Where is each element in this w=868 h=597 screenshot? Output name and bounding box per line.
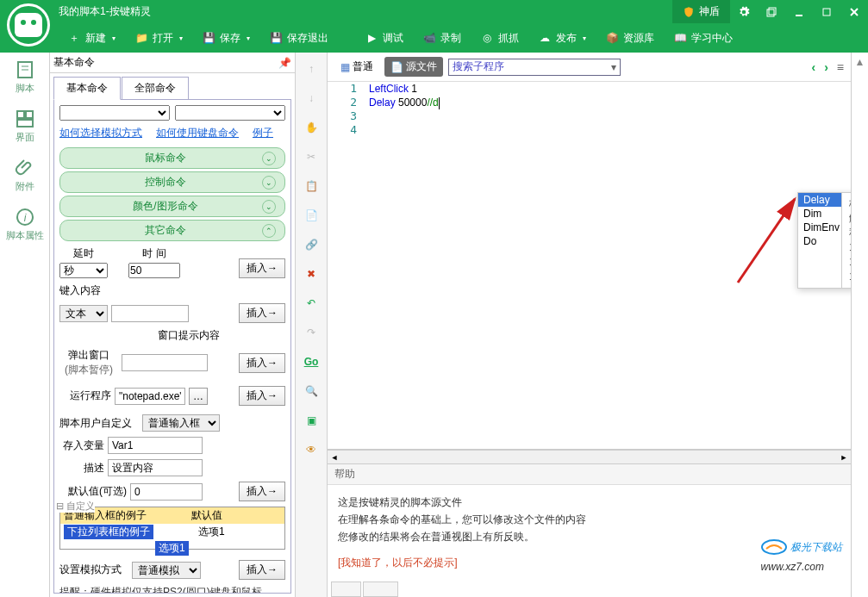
editor-area: ▦普通 📄源文件 搜索子程序▾ ‹ › ≡ 1234 LeftClick 1 D… [328, 53, 851, 597]
acc-mouse[interactable]: 鼠标命令⌄ [59, 147, 285, 169]
run-input[interactable] [115, 388, 185, 405]
shield-button[interactable]: 神盾 [672, 0, 730, 23]
menu-new[interactable]: ＋新建▾ [59, 28, 124, 49]
tool-eye-icon[interactable]: 👁 [302, 440, 321, 459]
tool-go-icon[interactable]: Go [302, 352, 321, 371]
tool-bug-icon[interactable]: ✖ [302, 264, 321, 283]
menu-learn[interactable]: 📖学习中心 [665, 28, 741, 49]
userdef-sel[interactable]: 普通输入框 [142, 414, 220, 432]
settings-icon[interactable] [730, 0, 758, 23]
keycontent-type[interactable]: 文本 [59, 305, 108, 322]
bottom-tab-1[interactable] [331, 581, 361, 597]
help-title: 帮助 [328, 464, 851, 485]
menu-publish[interactable]: ☁发布▾ [529, 28, 595, 49]
sidebar-props[interactable]: i脚本属性 [0, 200, 49, 249]
browse-button[interactable]: … [189, 388, 208, 405]
cmd-combo-1[interactable] [59, 105, 170, 121]
nav-prev-icon[interactable]: ‹ [811, 60, 815, 74]
intel-item-do[interactable]: Do [798, 234, 841, 248]
insert-sim[interactable]: 插入→ [239, 560, 285, 580]
acc-other[interactable]: 其它命令⌃ [59, 220, 285, 241]
menu-save-exit[interactable]: 💾保存退出 [260, 28, 337, 49]
shield-icon [683, 6, 695, 18]
insert-keycontent[interactable]: 插入→ [239, 303, 285, 323]
plus-icon: ＋ [67, 31, 81, 45]
link-example[interactable]: 例子 [253, 126, 273, 140]
book-icon: 📖 [673, 31, 687, 45]
menu-record[interactable]: 📹录制 [414, 28, 470, 49]
intellisense-popup: Delay Dim DimEnv Do 格式：Delay (延时) 解释：脚本暂… [797, 192, 851, 289]
cloud-icon: ☁ [538, 31, 552, 45]
menu-open[interactable]: 📁打开▾ [126, 28, 191, 49]
delay-unit[interactable]: 秒 [59, 263, 108, 278]
record-icon: 📹 [422, 31, 436, 45]
tool-cut-icon[interactable]: ✂ [302, 147, 321, 166]
tool-undo-icon[interactable]: ↶ [302, 294, 321, 313]
keycontent-label: 键入内容 [59, 284, 101, 296]
link-sim-mode[interactable]: 如何选择模拟方式 [59, 126, 142, 140]
tool-redo-icon[interactable]: ↷ [302, 323, 321, 342]
defval-input[interactable] [130, 483, 203, 501]
savevar-input[interactable] [108, 437, 203, 454]
insert-popup[interactable]: 插入→ [239, 353, 285, 373]
popup-sub: (脚本暂停) [65, 364, 113, 376]
view-normal[interactable]: ▦普通 [334, 57, 379, 77]
h-scrollbar[interactable]: ◄► [328, 450, 851, 463]
close-icon[interactable] [840, 0, 868, 23]
custom-tree[interactable]: ⊟ 自定义 普通输入框的例子默认值 下拉列表框的例子选项1 选项1 [59, 507, 285, 550]
rail-up-icon[interactable]: ▲ [852, 54, 868, 70]
chevron-down-icon: ⌄ [262, 176, 276, 190]
popup-hint-label: 窗口提示内容 [158, 329, 220, 341]
menu-resources[interactable]: 📦资源库 [596, 28, 663, 49]
intel-item-dim[interactable]: Dim [798, 207, 841, 221]
nav-next-icon[interactable]: › [824, 60, 828, 74]
nav-menu-icon[interactable]: ≡ [837, 60, 844, 74]
view-source[interactable]: 📄源文件 [384, 57, 443, 77]
tool-down-icon[interactable]: ↓ [302, 89, 321, 108]
tab-all[interactable]: 全部命令 [122, 77, 189, 100]
intel-item-dimenv[interactable]: DimEnv [798, 221, 841, 234]
link-keyboard[interactable]: 如何使用键盘命令 [156, 126, 239, 140]
bottom-tab-2[interactable] [363, 581, 398, 597]
time-input[interactable] [128, 263, 180, 278]
save-icon: 💾 [202, 31, 215, 45]
acc-control[interactable]: 控制命令⌄ [59, 171, 285, 193]
desc-input[interactable] [108, 459, 203, 476]
sidebar-attach[interactable]: 附件 [0, 151, 49, 200]
cmd-combo-2[interactable] [175, 105, 285, 121]
tab-basic[interactable]: 基本命令 [53, 77, 121, 100]
menu-grab[interactable]: ◎抓抓 [471, 28, 528, 49]
insert-delay[interactable]: 插入→ [239, 258, 285, 278]
sim-sel[interactable]: 普通模拟 [132, 562, 201, 579]
insert-userdef[interactable]: 插入→ [239, 482, 285, 501]
search-subroutine[interactable]: 搜索子程序▾ [448, 59, 621, 76]
intel-item-delay[interactable]: Delay [798, 193, 841, 207]
app-logo [7, 3, 50, 47]
sim-hint: 提醒：硬件模拟仅支持PS2(圆口)键盘和鼠标 [59, 585, 285, 594]
tool-link-icon[interactable]: 🔗 [302, 235, 321, 254]
code-editor[interactable]: 1234 LeftClick 1 Delay 50000//d Delay Di… [328, 82, 851, 450]
tool-find-icon[interactable]: 🔍 [302, 382, 321, 401]
menu-debug[interactable]: ▶调试 [356, 28, 412, 49]
insert-run[interactable]: 插入→ [239, 386, 285, 406]
intellisense-list[interactable]: Delay Dim DimEnv Do [798, 193, 841, 288]
tool-hand-icon[interactable]: ✋ [302, 118, 321, 137]
help-dismiss[interactable]: [我知道了，以后不必提示] [338, 557, 458, 569]
pin-icon[interactable]: 📌 [278, 57, 291, 69]
tool-paste-icon[interactable]: 📄 [302, 206, 321, 225]
topmenu: ＋新建▾ 📁打开▾ 💾保存▾ 💾保存退出 ▶调试 📹录制 ◎抓抓 ☁发布▾ 📦资… [0, 23, 868, 53]
tool-copy-icon[interactable]: 📋 [302, 177, 321, 196]
acc-color[interactable]: 颜色/图形命令⌄ [59, 196, 285, 217]
cmd-panel-title: 基本命令 [53, 55, 95, 70]
tool-box-icon[interactable]: ▣ [302, 411, 321, 430]
tool-up-icon[interactable]: ↑ [302, 59, 321, 78]
restore-icon[interactable] [758, 0, 785, 23]
keycontent-input[interactable] [111, 305, 189, 322]
popup-input[interactable] [122, 354, 208, 371]
svg-rect-9 [17, 111, 24, 118]
sidebar-ui[interactable]: 界面 [0, 102, 49, 151]
menu-save[interactable]: 💾保存▾ [193, 28, 259, 49]
minimize-icon[interactable] [785, 0, 813, 23]
maximize-icon[interactable] [813, 0, 840, 23]
sidebar-script[interactable]: 脚本 [0, 53, 49, 102]
